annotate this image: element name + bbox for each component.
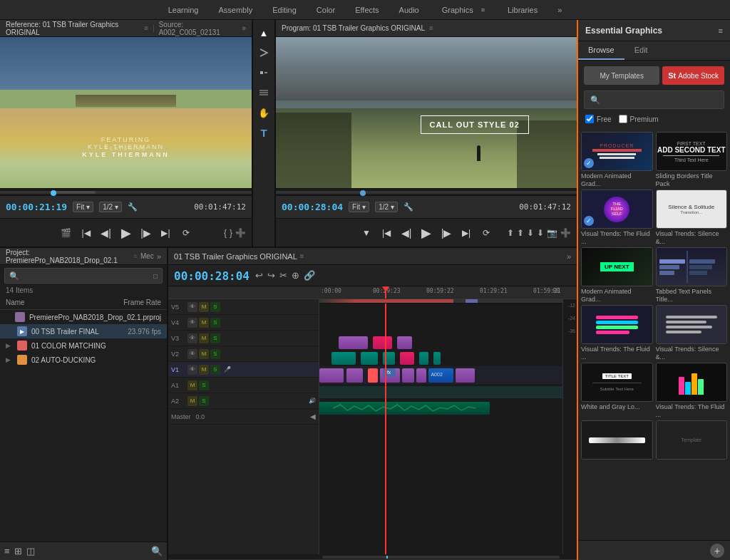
tool-ripple[interactable]	[255, 64, 272, 81]
track-v3-m[interactable]: M	[199, 333, 209, 343]
template-item-9[interactable]: Visual Trends: The Fluid ...	[656, 363, 728, 418]
template-thumb-6[interactable]	[581, 305, 653, 344]
track-v4-s[interactable]: S	[210, 318, 220, 328]
project-search-bar[interactable]: 🔍 □	[4, 268, 163, 284]
ref-btn-prev-frame[interactable]: |◀	[78, 225, 94, 241]
clip-v2-2[interactable]	[361, 352, 378, 365]
template-item-7[interactable]: Visual Trends: Silence &...	[656, 305, 728, 360]
clip-v1-1[interactable]	[319, 368, 344, 383]
prog-scrubber[interactable]	[276, 188, 577, 195]
ref-btn-step-back[interactable]: ◀|	[98, 225, 114, 241]
essential-search-input[interactable]	[603, 95, 718, 104]
template-item-1[interactable]: FIRST TEXT ADD SECOND TEXT Third Text He…	[656, 132, 728, 187]
prog-btn-step-back[interactable]: ◀|	[399, 225, 414, 241]
nav-effects[interactable]: Effects	[352, 6, 381, 14]
template-thumb-9[interactable]	[656, 363, 728, 402]
clip-v1-a002[interactable]: A002	[428, 368, 453, 383]
clip-v2-6[interactable]	[433, 352, 441, 365]
clip-audio-green[interactable]	[319, 402, 490, 415]
nav-audio[interactable]: Audio	[396, 6, 422, 14]
prog-ratio-dropdown[interactable]: 1/2 ▾	[375, 202, 398, 212]
track-master-arrow[interactable]: ◀	[310, 413, 316, 420]
clip-v3-1[interactable]	[339, 336, 368, 349]
project-item-color[interactable]: ▶ 01 COLOR MATCHING	[0, 338, 167, 353]
tool-select[interactable]: ▲	[255, 24, 272, 41]
clip-v1-7[interactable]	[456, 368, 475, 383]
essential-my-templates[interactable]: My Templates	[584, 66, 659, 85]
track-a2-s[interactable]: S	[199, 396, 209, 406]
prog-btn-prev-frame[interactable]: |◀	[379, 225, 394, 241]
track-v1-s[interactable]: S	[210, 365, 220, 375]
ref-btn-step-fwd[interactable]: |▶	[138, 225, 154, 241]
project-item-tsb[interactable]: ▶ 00 TSB Trailer FINAL 23.976 fps	[0, 324, 167, 338]
clip-v1-3[interactable]	[368, 368, 378, 383]
tl-tool-snap[interactable]: ⊕	[292, 270, 299, 281]
template-thumb-4[interactable]: UP NEXT	[581, 247, 653, 286]
proj-list-view-btn[interactable]: ≡	[4, 546, 10, 556]
template-thumb-1[interactable]: FIRST TEXT ADD SECOND TEXT Third Text He…	[656, 132, 728, 171]
tl-tool-undo[interactable]: ↩	[255, 270, 263, 281]
prog-btn-overlay[interactable]: ⬇	[527, 228, 534, 238]
clip-v2-1[interactable]	[331, 352, 356, 365]
essential-search-bar[interactable]: 🔍	[584, 90, 724, 109]
ref-ratio-dropdown[interactable]: 1/2 ▾	[99, 202, 122, 212]
tl-tool-link[interactable]: 🔗	[304, 270, 315, 281]
project-item-audio[interactable]: ▶ 02 AUTO-DUCKING	[0, 353, 167, 367]
template-thumb-5[interactable]	[656, 247, 728, 286]
clip-v1-5[interactable]	[402, 368, 414, 383]
nav-editing[interactable]: Editing	[269, 6, 299, 14]
track-v2-m[interactable]: M	[199, 349, 209, 359]
tl-tool-scissors[interactable]: ✂	[279, 270, 287, 281]
ref-mark-out-icon[interactable]: }	[230, 228, 232, 238]
ref-scrubber[interactable]	[0, 188, 252, 195]
ref-playhead[interactable]	[51, 190, 56, 196]
tl-scrubber-track[interactable]	[322, 556, 560, 559]
clip-v2-5[interactable]	[419, 352, 429, 365]
template-thumb-2[interactable]: THEFLUIDSELF ✓	[581, 190, 653, 229]
timeline-more-icon[interactable]: »	[567, 252, 571, 261]
essential-adobe-stock[interactable]: St Adobe Stock	[662, 66, 724, 85]
nav-libraries[interactable]: Libraries	[505, 6, 540, 14]
ref-more-icon[interactable]: »	[242, 24, 246, 32]
track-v5-eye[interactable]: 👁	[187, 302, 197, 312]
ref-wrench-icon[interactable]: 🔧	[128, 202, 138, 212]
prog-btn-insert[interactable]: ⬇	[537, 228, 544, 238]
template-thumb-7[interactable]	[656, 305, 728, 344]
tool-rate-stretch[interactable]	[255, 84, 272, 101]
nav-learning[interactable]: Learning	[165, 6, 202, 14]
project-more-icon[interactable]: »	[157, 252, 161, 261]
track-v1-eye[interactable]: 👁	[187, 365, 197, 375]
project-search-input[interactable]	[22, 272, 150, 280]
track-v5-m[interactable]: M	[199, 302, 209, 312]
track-v1-m[interactable]: M	[199, 365, 209, 375]
tool-hand[interactable]: ✋	[255, 104, 272, 121]
template-item-5[interactable]: Tabbed Text Panels Title...	[656, 247, 728, 302]
clip-v1-6[interactable]	[416, 368, 426, 383]
prog-btn-camera[interactable]: 📷	[547, 228, 557, 238]
template-item-6[interactable]: Visual Trends: The Fluid ...	[581, 305, 653, 360]
filter-free-label[interactable]: Free	[585, 115, 612, 123]
tool-text[interactable]: T	[255, 124, 272, 141]
clip-v2-3[interactable]	[383, 352, 395, 365]
track-v3-eye[interactable]: 👁	[187, 333, 197, 343]
prog-btn-next-frame[interactable]: ▶|	[458, 225, 474, 241]
track-a1-s[interactable]: S	[199, 380, 209, 390]
clip-v1-2[interactable]	[346, 368, 364, 383]
track-a1-m[interactable]: M	[187, 380, 197, 390]
ref-fit-dropdown[interactable]: Fit ▾	[73, 202, 93, 212]
clip-v3-2[interactable]	[373, 336, 392, 349]
ref-mark-in-icon[interactable]: {	[224, 228, 227, 238]
ref-btn-next-frame[interactable]: ▶|	[158, 225, 174, 241]
tl-scrubber-thumb[interactable]	[386, 556, 388, 559]
essential-add-button[interactable]: +	[710, 544, 724, 558]
prog-btn-extract[interactable]: ⬆	[517, 228, 524, 238]
track-a2-m[interactable]: M	[187, 396, 197, 406]
timeline-scrubber[interactable]	[168, 554, 577, 560]
template-item-2[interactable]: THEFLUIDSELF ✓ Visual Trends: The Fluid …	[581, 190, 653, 244]
tool-razor[interactable]	[255, 44, 272, 61]
nav-assembly[interactable]: Assembly	[216, 6, 256, 14]
ref-plus-icon[interactable]: ➕	[235, 228, 246, 238]
nav-more-icon[interactable]: »	[555, 6, 565, 14]
template-item-0[interactable]: PRODUCER ✓ Modern Animated Grad...	[581, 132, 653, 187]
filter-premium-checkbox[interactable]	[619, 115, 627, 123]
